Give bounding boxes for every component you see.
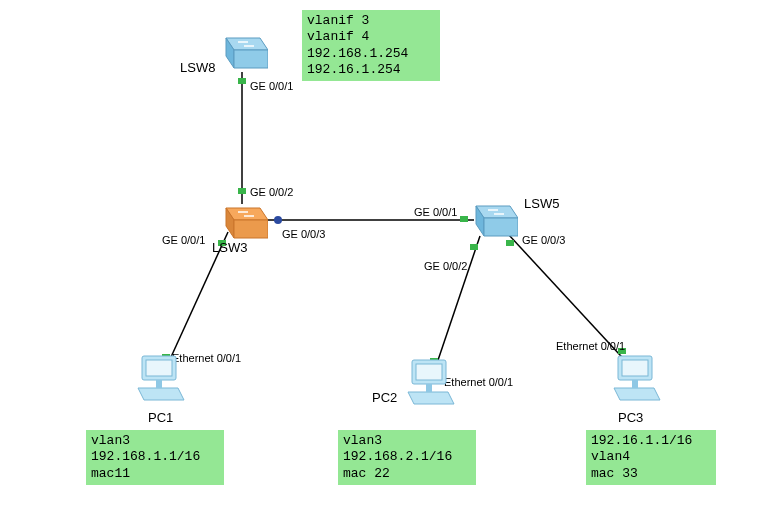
switch-icon: [218, 28, 268, 72]
infobox-line: vlanif 4: [307, 29, 435, 45]
port-label: GE 0/0/2: [250, 186, 293, 198]
pc3-label: PC3: [618, 410, 643, 425]
switch-lsw5[interactable]: [468, 196, 518, 244]
svg-point-14: [274, 216, 282, 224]
svg-rect-33: [156, 380, 162, 388]
infobox-line: 192.168.1.1/16: [91, 449, 219, 465]
infobox-line: vlan3: [343, 433, 471, 449]
pc2-label: PC2: [372, 390, 397, 405]
svg-line-3: [434, 236, 480, 372]
infobox-pc3: 192.16.1.1/16 vlan4 mac 33: [586, 430, 716, 485]
port-label: GE 0/0/3: [282, 228, 325, 240]
svg-marker-36: [408, 392, 454, 404]
svg-rect-31: [146, 360, 172, 376]
port-label: GE 0/0/1: [414, 206, 457, 218]
pc-icon: [604, 352, 664, 408]
port-label: GE 0/0/2: [424, 260, 467, 272]
svg-rect-6: [238, 188, 246, 194]
infobox-line: mac11: [91, 466, 219, 482]
svg-marker-22: [234, 220, 268, 238]
infobox-top: vlanif 3 vlanif 4 192.168.1.254 192.16.1…: [302, 10, 440, 81]
pc2[interactable]: [398, 356, 458, 416]
pc1-label: PC1: [148, 410, 173, 425]
port-label: Ethernet 0/0/1: [556, 340, 625, 352]
infobox-line: 192.168.2.1/16: [343, 449, 471, 465]
topology-canvas: LSW8 LSW3 LSW5 PC1: [0, 0, 780, 510]
infobox-line: mac 33: [591, 466, 711, 482]
infobox-line: 192.16.1.1/16: [591, 433, 711, 449]
port-label: GE 0/0/3: [522, 234, 565, 246]
switch-lsw3[interactable]: [218, 198, 268, 246]
infobox-pc1: vlan3 192.168.1.1/16 mac11: [86, 430, 224, 485]
infobox-line: 192.16.1.254: [307, 62, 435, 78]
port-label: GE 0/0/1: [162, 234, 205, 246]
svg-marker-27: [484, 218, 518, 236]
infobox-pc2: vlan3 192.168.2.1/16 mac 22: [338, 430, 476, 485]
svg-rect-37: [426, 384, 432, 392]
svg-rect-39: [622, 360, 648, 376]
infobox-line: vlanif 3: [307, 13, 435, 29]
infobox-line: vlan3: [91, 433, 219, 449]
pc3[interactable]: [604, 352, 664, 412]
svg-rect-41: [632, 380, 638, 388]
svg-rect-10: [470, 244, 478, 250]
svg-rect-9: [460, 216, 468, 222]
port-label: GE 0/0/1: [250, 80, 293, 92]
pc-icon: [398, 356, 458, 412]
switch-icon: [468, 196, 518, 240]
infobox-line: vlan4: [591, 449, 711, 465]
svg-rect-35: [416, 364, 442, 380]
lsw5-label: LSW5: [524, 196, 559, 211]
infobox-line: mac 22: [343, 466, 471, 482]
svg-rect-5: [238, 78, 246, 84]
switch-icon: [218, 198, 268, 242]
svg-marker-32: [138, 388, 184, 400]
pc-icon: [128, 352, 188, 408]
pc1[interactable]: [128, 352, 188, 412]
lsw8-label: LSW8: [180, 60, 215, 75]
infobox-line: 192.168.1.254: [307, 46, 435, 62]
switch-lsw8[interactable]: [218, 28, 268, 76]
svg-marker-17: [234, 50, 268, 68]
svg-marker-40: [614, 388, 660, 400]
